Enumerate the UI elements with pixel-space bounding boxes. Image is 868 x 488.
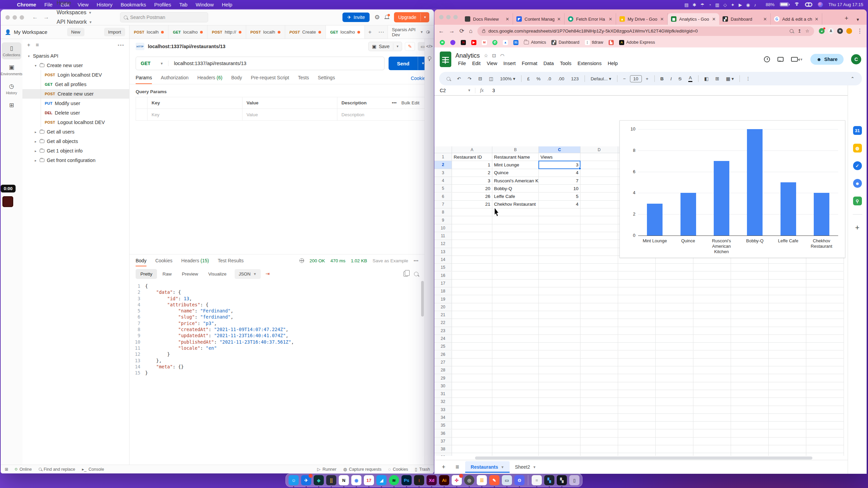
cell-D34[interactable]	[580, 414, 618, 422]
cell-F39[interactable]	[656, 453, 693, 456]
cell-A24[interactable]	[452, 335, 492, 343]
cell-D1[interactable]	[580, 153, 618, 161]
cell-D4[interactable]	[580, 177, 618, 185]
column-header-C[interactable]: C	[539, 146, 580, 153]
status-icon-3[interactable]: ◔	[708, 2, 711, 7]
close-tab-icon[interactable]: ✕	[712, 17, 716, 22]
font-size-plus[interactable]: +	[643, 75, 651, 83]
row-header-11[interactable]: 11	[434, 232, 452, 240]
version-history-icon[interactable]	[764, 56, 770, 62]
format-dropdown[interactable]: JSON▼	[235, 269, 261, 279]
cell-E37[interactable]	[618, 438, 656, 445]
sheets-menu-insert[interactable]: Insert	[501, 60, 518, 67]
camera-app-dock-icon[interactable]: ◎	[464, 475, 474, 485]
view-tab-visualize[interactable]: Visualize	[203, 269, 231, 279]
cell-E17[interactable]	[618, 280, 656, 287]
status-icon-7[interactable]: ▶	[738, 2, 742, 7]
find-and-replace[interactable]: Find and replace	[39, 467, 75, 472]
horizontal-scrollbar[interactable]	[475, 456, 812, 460]
cell-C37[interactable]	[539, 438, 580, 445]
control-center-icon[interactable]	[805, 2, 812, 7]
star-icon[interactable]: ☆	[484, 53, 488, 58]
cell-D11[interactable]	[580, 232, 618, 240]
browser-tab-add-edit-a-ch[interactable]: GAdd & edit a ch✕	[771, 13, 822, 25]
cell-I20[interactable]	[769, 303, 806, 311]
status-icon-8[interactable]: ◉	[746, 2, 750, 7]
cell-I19[interactable]	[769, 295, 806, 303]
runner-button[interactable]: ▷ Runner	[317, 467, 337, 472]
row-header-24[interactable]: 24	[434, 335, 452, 343]
environment-preview-icon[interactable]	[426, 30, 430, 34]
cell-I32[interactable]	[769, 398, 806, 406]
console-button[interactable]: ▸_ Console	[82, 467, 104, 472]
browser-tab-content-manag[interactable]: ◤Content Manag✕	[513, 13, 565, 25]
name-box[interactable]: C2▼	[434, 88, 475, 93]
cell-D15[interactable]	[580, 264, 618, 271]
italic-button[interactable]: I	[668, 75, 674, 83]
description-input[interactable]: Description	[337, 112, 428, 117]
youtube-bookmark-icon[interactable]: ▶	[471, 40, 476, 45]
cell-H15[interactable]	[731, 264, 769, 271]
cell-I39[interactable]	[769, 453, 806, 456]
cell-C29[interactable]	[539, 374, 580, 382]
row-header-39[interactable]: 39	[434, 453, 452, 456]
cell-I38[interactable]	[769, 445, 806, 453]
cell-G25[interactable]	[693, 343, 731, 350]
cell-C2[interactable]: 3	[539, 161, 580, 169]
sheets-logo-icon[interactable]	[440, 52, 451, 67]
cell-F29[interactable]	[656, 374, 693, 382]
row-header-14[interactable]: 14	[434, 256, 452, 264]
cell-C3[interactable]: 4	[539, 169, 580, 177]
cookies-button[interactable]: ◌ Cookies	[388, 467, 408, 472]
cell-C28[interactable]	[539, 366, 580, 374]
close-tab-icon[interactable]: ✕	[660, 17, 664, 22]
more-icon[interactable]: •••	[118, 43, 124, 48]
tree-item-delete-user[interactable]: DELDelete user	[22, 108, 129, 118]
row-header-17[interactable]: 17	[434, 280, 452, 287]
notion-dock-icon[interactable]: N	[339, 475, 349, 485]
cell-B37[interactable]	[492, 438, 539, 445]
cell-G27[interactable]	[693, 359, 731, 366]
response-size[interactable]: 1.02 KB	[351, 258, 367, 263]
cell-C33[interactable]	[539, 406, 580, 414]
cell-I34[interactable]	[769, 414, 806, 422]
cell-G35[interactable]	[693, 422, 731, 429]
cell-J18[interactable]	[806, 287, 844, 295]
row-header-2[interactable]: 2	[434, 161, 452, 169]
strikethrough-button[interactable]: S	[676, 75, 684, 83]
row-header-1[interactable]: 1	[434, 153, 452, 161]
cell-A16[interactable]	[452, 272, 492, 280]
cell-C23[interactable]	[539, 327, 580, 335]
request-tab-pre-request-script[interactable]: Pre-request Script	[251, 75, 289, 84]
row-header-36[interactable]: 36	[434, 430, 452, 438]
cell-G26[interactable]	[693, 351, 731, 359]
tab-options-icon[interactable]: ⋯	[375, 25, 388, 39]
cell-J34[interactable]	[806, 414, 844, 422]
value-input[interactable]: Value	[242, 109, 337, 120]
share-icon[interactable]: ↥	[797, 28, 801, 34]
cell-F22[interactable]	[656, 319, 693, 327]
cell-D36[interactable]	[580, 430, 618, 438]
open-request-tab-2[interactable]: POSThttp://	[208, 25, 246, 39]
row-header-38[interactable]: 38	[434, 445, 452, 453]
slack-dock-icon[interactable]: ✣	[452, 475, 462, 485]
cell-I24[interactable]	[769, 335, 806, 343]
cell-C15[interactable]	[539, 264, 580, 271]
move-folder-icon[interactable]: ⊡	[492, 53, 496, 58]
status-icon-5[interactable]: ◇	[724, 2, 727, 7]
cell-B27[interactable]	[492, 359, 539, 366]
cell-H28[interactable]	[731, 366, 769, 374]
tree-item-get-1-object-info[interactable]: ▸Get 1 object info	[22, 146, 129, 156]
cell-G28[interactable]	[693, 366, 731, 374]
response-body-json[interactable]: 1{2 "data": {3 "id": 13,4 "attributes": …	[130, 281, 425, 378]
toolbar-more-icon[interactable]: ⋮	[743, 75, 753, 83]
cell-D6[interactable]	[580, 193, 618, 201]
cell-J25[interactable]	[806, 343, 844, 350]
increase-decimals[interactable]: .00	[555, 75, 567, 83]
cell-A31[interactable]	[452, 390, 492, 398]
open-request-tab-1[interactable]: GETlocalho	[169, 25, 208, 39]
cell-J33[interactable]	[806, 406, 844, 414]
cell-C19[interactable]	[539, 295, 580, 303]
font-select[interactable]: Defaul... ▾	[588, 75, 614, 83]
row-header-27[interactable]: 27	[434, 359, 452, 366]
